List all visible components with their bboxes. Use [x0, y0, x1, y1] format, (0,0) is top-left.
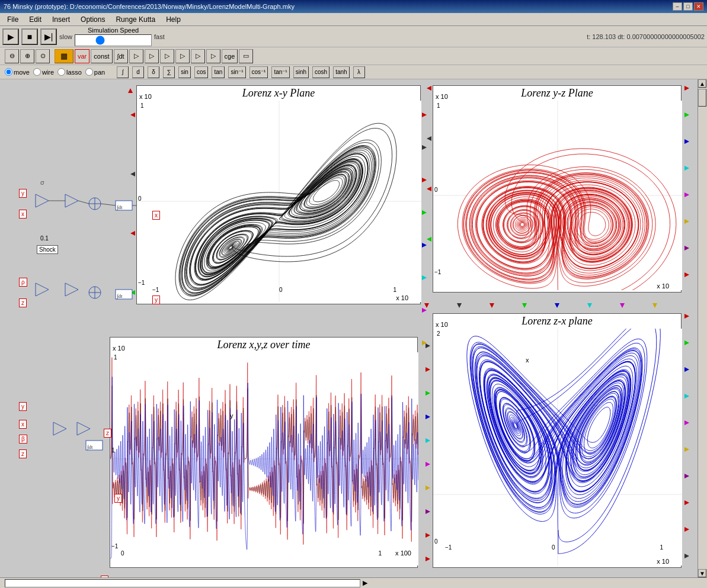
mode-move[interactable]: move: [5, 68, 30, 76]
horizontal-scroll-bar[interactable]: [5, 579, 360, 587]
title-bar: 76 Minsky (prototype): D:/economic/Confe…: [0, 0, 707, 13]
var-z-out: z: [104, 429, 111, 438]
plot-button[interactable]: ▭: [239, 49, 253, 63]
lorenz-zx-title: Lorenz z-x plane: [433, 314, 681, 329]
fn-delta[interactable]: δ: [148, 66, 159, 78]
menu-help[interactable]: Help: [161, 14, 185, 25]
integral-button[interactable]: ∫dt: [114, 49, 128, 63]
var-x-out: x: [152, 211, 160, 220]
zoom-reset-button[interactable]: ⊙: [36, 49, 50, 63]
scroll-up-button[interactable]: ▲: [698, 79, 706, 88]
yz-y-axis-label: x 10: [436, 93, 448, 100]
lorenz-time-canvas: [110, 352, 418, 565]
sigma-label: σ: [40, 179, 44, 186]
cge-button[interactable]: cge: [222, 49, 238, 63]
lorenz-time-panel: Lorenz x,y,z over time x 10 x 100 1 1 −1…: [110, 337, 418, 568]
status-bar: ▶: [0, 577, 707, 588]
arrow-btn-3[interactable]: ▷: [160, 49, 174, 63]
shock-block: Shock: [37, 245, 58, 254]
xy-y-bot: −1: [138, 279, 145, 286]
statusbar-text: ▶: [363, 579, 367, 587]
fn-arccos[interactable]: cos⁻¹: [249, 66, 268, 78]
zx-x-axis-label: x 10: [657, 558, 669, 565]
fn-sin[interactable]: sin: [178, 66, 191, 78]
zx-y-axis-label: x 10: [436, 321, 448, 328]
fn-sinh[interactable]: sinh: [293, 66, 309, 78]
zx-y-bot: 0: [434, 538, 438, 545]
xy-x-right: 1: [393, 287, 396, 293]
zoom-out-button[interactable]: ⊖: [5, 49, 19, 63]
xy-y-mid: 0: [138, 195, 142, 202]
var-x-1: x: [19, 210, 27, 219]
menu-edit[interactable]: Edit: [24, 14, 46, 25]
fn-cos[interactable]: cos: [194, 66, 209, 78]
mode-wire[interactable]: wire: [33, 68, 54, 76]
maximize-button[interactable]: □: [683, 2, 693, 11]
xy-y-axis-label: x 10: [139, 93, 152, 100]
fn-arcsin[interactable]: sin⁻¹: [228, 66, 245, 78]
var-beta: β: [19, 435, 27, 444]
window-title: 76 Minsky (prototype): D:/economic/Confe…: [4, 3, 673, 10]
xy-x-left: −1: [152, 287, 159, 293]
fn-tan[interactable]: tan: [212, 66, 225, 78]
minimize-button[interactable]: –: [673, 2, 682, 11]
zx-x-left: −1: [445, 544, 452, 551]
var-x-wire: x: [101, 576, 108, 577]
stop-button[interactable]: ■: [21, 28, 38, 45]
menu-rungekutta[interactable]: Runge Kutta: [111, 14, 160, 25]
window-controls: – □ ✕: [673, 2, 703, 11]
godley-button[interactable]: ▦: [55, 49, 73, 63]
xy-x-axis-label: x 10: [396, 294, 408, 301]
lorenz-xy-panel: Lorenz x-y Plane x 10 x 10 1 0 −1 −1 0 1: [136, 85, 421, 304]
shock-val: 0.1: [40, 235, 49, 242]
time-y-mid: 1: [111, 447, 115, 454]
fn-derivative[interactable]: d: [132, 66, 144, 78]
zoom-in-button[interactable]: ⊕: [20, 49, 34, 63]
menu-bar: File Edit Insert Options Runge Kutta Hel…: [0, 13, 707, 26]
lorenz-zx-canvas: [433, 329, 682, 565]
lorenz-yz-title: Lorenz y-z Plane: [433, 86, 681, 101]
menu-insert[interactable]: Insert: [47, 14, 75, 25]
var-button[interactable]: var: [75, 49, 89, 63]
fn-tanh[interactable]: tanh: [333, 66, 349, 78]
menu-options[interactable]: Options: [76, 14, 110, 25]
time-y-bot: −1: [111, 543, 118, 550]
speed-fast-label: fast: [154, 33, 165, 40]
fn-integral[interactable]: ∫: [117, 66, 129, 78]
simulation-canvas[interactable]: Lorenz x-y Plane x 10 x 10 1 0 −1 −1 0 1…: [0, 79, 707, 577]
var-y-1: y: [19, 189, 27, 198]
yz-y-top: 1: [437, 102, 440, 109]
fn-lambda[interactable]: λ: [353, 66, 365, 78]
arrow-btn-5[interactable]: ▷: [191, 49, 205, 63]
speed-slider[interactable]: [75, 34, 152, 46]
var-y-out: y: [152, 295, 160, 304]
var-z-2: z: [19, 449, 27, 458]
arrow-btn-2[interactable]: ▷: [145, 49, 159, 63]
xy-y-top: 1: [140, 102, 144, 109]
lorenz-time-title: Lorenz x,y,z over time: [110, 338, 417, 352]
play-button[interactable]: ▶: [2, 28, 19, 45]
close-button[interactable]: ✕: [694, 2, 703, 11]
step-button[interactable]: ▶|: [40, 28, 57, 45]
mode-pan[interactable]: pan: [85, 68, 105, 76]
fn-cosh[interactable]: cosh: [312, 66, 329, 78]
scroll-thumb[interactable]: [698, 89, 706, 107]
simulation-speed-label: Simulation Speed: [88, 27, 139, 34]
time-y-axis-label: x 10: [113, 345, 125, 352]
vertical-scrollbar[interactable]: ▲ ▼: [698, 79, 707, 577]
fn-arctan[interactable]: tan⁻¹: [271, 66, 289, 78]
time-y-top: 1: [114, 354, 117, 361]
var-y-2: y: [19, 402, 27, 411]
mode-toolbar: move wire lasso pan ∫ d δ ∑ sin cos tan …: [0, 65, 707, 79]
menu-file[interactable]: File: [2, 14, 23, 25]
arrow-btn-1[interactable]: ▷: [129, 49, 143, 63]
scroll-down-button[interactable]: ▼: [698, 569, 706, 577]
lorenz-xy-title: Lorenz x-y Plane: [137, 86, 420, 101]
arrow-btn-4[interactable]: ▷: [175, 49, 190, 63]
arrow-btn-6[interactable]: ▷: [206, 49, 220, 63]
fn-sum[interactable]: ∑: [163, 66, 175, 78]
var-rho: ρ: [19, 278, 27, 287]
mode-lasso[interactable]: lasso: [57, 68, 82, 76]
var-x-2: x: [19, 420, 27, 429]
const-button[interactable]: const: [91, 49, 112, 63]
